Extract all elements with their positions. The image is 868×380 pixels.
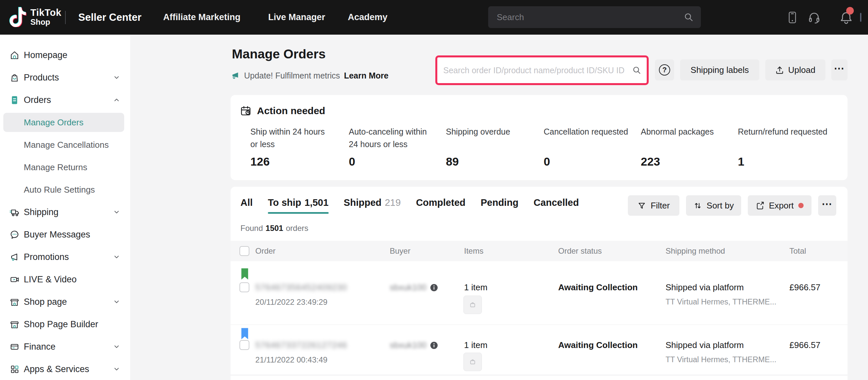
orders-document-icon xyxy=(9,95,20,105)
search-icon[interactable] xyxy=(632,66,642,75)
bookmark-flag-icon[interactable] xyxy=(241,327,249,340)
upload-button[interactable]: Upload xyxy=(765,59,826,80)
shipping-labels-label: Shipping labels xyxy=(691,65,749,75)
search-icon[interactable] xyxy=(684,12,693,22)
sidebar-subitem-auto-rule-settings[interactable]: Auto Rule Settings xyxy=(0,178,130,201)
more-table-actions-button[interactable]: ⋯ xyxy=(818,195,836,216)
buyer-cell: sbxuk100 xyxy=(390,282,438,292)
sidebar-item-apps-services[interactable]: Apps & Services xyxy=(0,358,130,380)
select-all-checkbox[interactable] xyxy=(240,246,249,256)
more-actions-button[interactable]: ⋯ xyxy=(831,59,847,80)
sidebar-subitem-label: Auto Rule Settings xyxy=(24,185,95,195)
sidebar-item-products[interactable]: Products xyxy=(0,66,130,89)
tab-to-ship[interactable]: To ship 1,501 xyxy=(268,195,329,216)
sidebar-item-shop-page[interactable]: Shop page xyxy=(0,290,130,313)
sidebar-item-label: Products xyxy=(24,73,59,83)
tab-all[interactable]: All xyxy=(241,195,253,216)
sidebar-item-label: Shipping xyxy=(24,207,58,217)
sidebar-subitem-label: Manage Returns xyxy=(24,162,87,173)
topnav-affiliate-marketing[interactable]: Affiliate Marketing xyxy=(163,0,241,35)
order-search-input[interactable] xyxy=(443,66,632,75)
product-thumbnail[interactable] xyxy=(463,353,482,371)
filter-label: Filter xyxy=(651,201,670,211)
topnav-academy[interactable]: Academy xyxy=(348,0,388,35)
sidebar-subitem-manage-returns[interactable]: Manage Returns xyxy=(0,156,130,178)
stat-cancellation-requested[interactable]: Cancellation requested 0 xyxy=(544,125,638,168)
order-date: 21/11/2022 00:43:49 xyxy=(255,355,327,365)
sidebar-item-label: LIVE & Video xyxy=(24,274,76,285)
tab-label: Shipped xyxy=(344,197,381,208)
chevron-down-icon xyxy=(113,253,120,261)
action-needed-title: Action needed xyxy=(257,105,326,116)
sidebar-item-buyer-messages[interactable]: Buyer Messages xyxy=(0,223,130,246)
topnav-live-manager[interactable]: Live Manager xyxy=(268,0,326,35)
product-thumbnail[interactable] xyxy=(463,296,482,314)
stat-auto-canceling[interactable]: Auto-canceling within 24 hours or less 0 xyxy=(349,125,436,168)
stat-value: 89 xyxy=(446,155,540,168)
tab-label: Completed xyxy=(416,197,465,208)
sidebar-item-shipping[interactable]: Shipping xyxy=(0,201,130,223)
order-total: £966.57 xyxy=(789,340,820,350)
tab-completed[interactable]: Completed xyxy=(416,195,465,216)
tab-label: Pending xyxy=(480,197,518,208)
stat-return-refund-requested[interactable]: Return/refund requested 1 xyxy=(738,125,843,168)
storefront-builder-icon xyxy=(9,319,20,330)
sort-by-button[interactable]: Sort by xyxy=(686,195,741,216)
action-needed-card: Action needed Ship within 24 hours or le… xyxy=(230,95,847,180)
tab-label: All xyxy=(241,197,253,208)
shipping-detail: TT Virtual Hermes, TTHERME... xyxy=(665,298,776,306)
global-search-input[interactable] xyxy=(497,12,684,23)
tab-cancelled[interactable]: Cancelled xyxy=(534,195,579,216)
sidebar-item-live-video[interactable]: LIVE & Video xyxy=(0,268,130,290)
tab-shipped[interactable]: Shipped 219 xyxy=(344,195,401,216)
support-headset-icon[interactable] xyxy=(808,0,820,35)
sidebar-subitem-manage-cancellations[interactable]: Manage Cancellations xyxy=(0,134,130,156)
ellipsis-icon: ⋯ xyxy=(834,68,845,72)
learn-more-link[interactable]: Learn More xyxy=(344,71,389,80)
tiktok-logo-icon[interactable] xyxy=(9,7,26,27)
export-button[interactable]: Export xyxy=(748,195,811,216)
filter-button[interactable]: Filter xyxy=(628,195,679,216)
sidebar-subitem-manage-orders[interactable]: Manage Orders xyxy=(0,111,130,134)
tab-count: 219 xyxy=(385,197,401,208)
home-icon xyxy=(9,50,20,60)
shipping-method: Shipped via platform xyxy=(665,282,744,292)
stat-abnormal-packages[interactable]: Abnormal packages 223 xyxy=(641,125,735,168)
column-buyer: Buyer xyxy=(390,241,410,261)
sidebar-item-promotions[interactable]: Promotions xyxy=(0,246,130,268)
order-id-blurred[interactable]: 576467337226127246 xyxy=(255,340,347,350)
info-icon[interactable] xyxy=(430,341,438,350)
sidebar-item-shop-page-builder[interactable]: Shop Page Builder xyxy=(0,313,130,336)
items-count: 1 item xyxy=(464,340,488,350)
logo-line1: TikTok xyxy=(30,8,61,18)
table-row[interactable]: 576467356452409230 20/11/2022 23:49:29 s… xyxy=(230,261,847,324)
mobile-app-icon[interactable] xyxy=(787,0,797,35)
notifications-bell-icon[interactable] xyxy=(840,0,853,35)
stat-value: 0 xyxy=(544,155,638,168)
sidebar-item-label: Shop Page Builder xyxy=(24,319,98,330)
table-row[interactable]: 576467337226127246 21/11/2022 00:43:49 s… xyxy=(230,324,847,375)
row-checkbox[interactable] xyxy=(240,282,249,292)
order-status: Awaiting Collection xyxy=(558,340,638,350)
help-button[interactable]: ? xyxy=(655,59,674,80)
sidebar-item-label: Buyer Messages xyxy=(24,230,90,240)
order-id-blurred[interactable]: 576467356452409230 xyxy=(255,282,347,292)
sidebar-item-finance[interactable]: Finance xyxy=(0,336,130,358)
sidebar-item-homepage[interactable]: Homepage xyxy=(0,44,130,66)
info-icon[interactable] xyxy=(430,283,438,292)
chevron-down-icon xyxy=(113,366,120,373)
tab-label: To ship xyxy=(268,197,301,208)
order-search-box-highlighted[interactable] xyxy=(435,56,649,85)
export-notification-dot xyxy=(798,203,804,208)
stat-shipping-overdue[interactable]: Shipping overdue 89 xyxy=(446,125,540,168)
stat-ship-within-24h[interactable]: Ship within 24 hours or less 126 xyxy=(250,125,328,168)
sidebar-item-orders[interactable]: Orders xyxy=(0,89,130,111)
question-mark-icon: ? xyxy=(659,64,670,75)
sidebar-item-label: Orders xyxy=(24,95,51,105)
bookmark-flag-icon[interactable] xyxy=(241,268,249,280)
tab-pending[interactable]: Pending xyxy=(480,195,518,216)
filter-funnel-icon xyxy=(638,201,646,210)
global-search[interactable] xyxy=(488,6,701,28)
shipping-labels-button[interactable]: Shipping labels xyxy=(680,59,760,80)
row-checkbox[interactable] xyxy=(240,340,249,350)
